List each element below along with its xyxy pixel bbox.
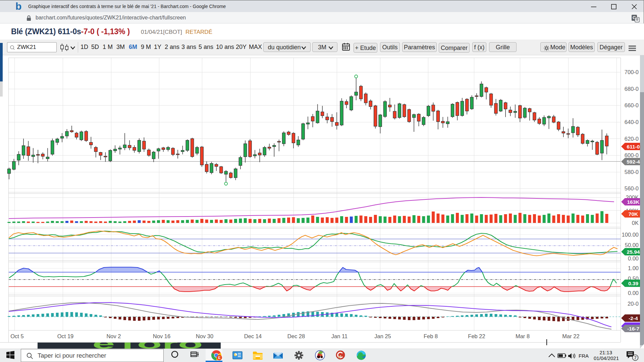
svg-text:7: 7 [634, 355, 636, 360]
svg-text:70K: 70K [629, 211, 638, 217]
svg-text:611-0: 611-0 [627, 144, 640, 149]
svg-text:0.39: 0.39 [628, 281, 639, 286]
svg-text:1.00: 1.00 [628, 265, 639, 271]
svg-text:592-4: 592-4 [627, 159, 640, 165]
svg-text:Oct 19: Oct 19 [57, 333, 74, 339]
svg-text:E: E [218, 356, 220, 360]
svg-text:0.00: 0.00 [628, 290, 639, 296]
svg-text:163K: 163K [627, 199, 640, 205]
svg-text:20-0: 20-0 [628, 301, 639, 307]
svg-text:50.00: 50.00 [625, 242, 639, 248]
svg-text:Mar 8: Mar 8 [516, 333, 530, 339]
svg-text:Feb 8: Feb 8 [424, 333, 438, 339]
svg-text:560-0: 560-0 [625, 185, 639, 191]
svg-text:100.00: 100.00 [622, 232, 639, 238]
svg-text:600-0: 600-0 [625, 152, 639, 158]
svg-text:Dec 28: Dec 28 [287, 333, 305, 339]
svg-text:Dec 14: Dec 14 [244, 333, 262, 339]
svg-text:Mar 22: Mar 22 [562, 333, 579, 339]
svg-text:Jan 11: Jan 11 [331, 333, 347, 339]
svg-text:580-0: 580-0 [625, 169, 639, 175]
svg-text:680-0: 680-0 [625, 86, 639, 92]
svg-text:700-0: 700-0 [625, 69, 639, 75]
svg-text:Oct 5: Oct 5 [10, 333, 23, 339]
svg-text:Nov 2: Nov 2 [106, 333, 121, 339]
svg-text:660-0: 660-0 [625, 102, 639, 108]
svg-text:25.94: 25.94 [627, 249, 640, 255]
svg-text:eToro: eToro [92, 343, 203, 349]
svg-text:Feb 22: Feb 22 [468, 333, 485, 339]
svg-text:-16-7: -16-7 [627, 326, 639, 331]
svg-text:0K: 0K [632, 220, 639, 226]
svg-text:0.00: 0.00 [628, 255, 639, 261]
svg-text:Nov 30: Nov 30 [196, 333, 213, 339]
svg-text:640-0: 640-0 [625, 119, 639, 125]
svg-text:-2-4: -2-4 [629, 315, 638, 321]
svg-text:FRA: FRA [579, 353, 589, 359]
svg-text:620-0: 620-0 [625, 136, 639, 142]
svg-text:Nov 16: Nov 16 [153, 333, 170, 339]
svg-text:Jan 25: Jan 25 [374, 333, 391, 339]
